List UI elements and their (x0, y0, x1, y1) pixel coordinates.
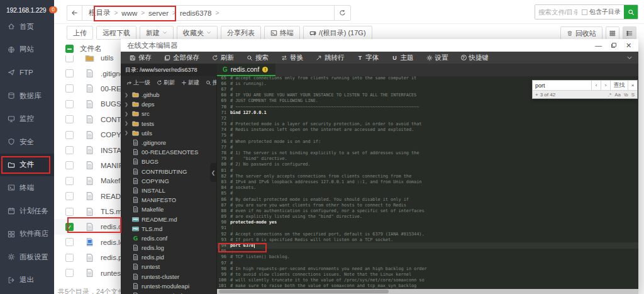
sidebar-item-security[interactable]: 安全 (0, 130, 54, 154)
tree-item[interactable]: Gredis.conf (121, 234, 216, 243)
new-button[interactable]: 新建 (140, 26, 174, 40)
tree-item[interactable]: COPYING (121, 176, 216, 186)
search-option[interactable]: Aa (614, 92, 621, 98)
breadcrumb-item[interactable]: www (121, 9, 137, 17)
horizontal-scrollbar[interactable] (217, 289, 638, 294)
row-checkbox[interactable] (65, 161, 74, 169)
close-search-button[interactable]: × (628, 81, 637, 90)
file-row[interactable]: INSTALL (54, 142, 121, 157)
search-button[interactable] (624, 5, 638, 19)
editor-tool-save[interactable]: 保存 (123, 52, 158, 64)
row-checkbox[interactable] (65, 69, 74, 77)
file-row[interactable]: runtest-cluster (54, 265, 121, 280)
file-row[interactable]: COPYING (54, 127, 121, 142)
tree-search-button[interactable]: 搜索 (203, 79, 217, 87)
sidebar-item-monitor[interactable]: 监控 (0, 107, 54, 130)
include-subdir-checkbox[interactable]: 包含子目录 (580, 5, 624, 19)
search-input[interactable] (535, 5, 580, 19)
tree-item[interactable]: runtest (121, 262, 216, 271)
refresh-button[interactable] (334, 6, 350, 20)
tree-item[interactable]: redis.pid (121, 252, 216, 262)
tree-item[interactable]: runtest-moduleapi (121, 281, 216, 291)
sidebar-item-files[interactable]: 文件 (0, 154, 54, 177)
restore-button[interactable] (610, 42, 617, 49)
row-checkbox[interactable] (65, 238, 74, 246)
editor-tool-font[interactable]: T字体 (351, 52, 386, 64)
file-row[interactable]: MANIFESTO (54, 158, 121, 173)
sidebar-item-home[interactable]: 首页 (0, 15, 54, 38)
code-editor[interactable]: 65# accept connections only from clients… (217, 76, 638, 294)
file-row[interactable]: BUGS (54, 96, 121, 111)
find-input[interactable] (533, 81, 591, 90)
file-row[interactable]: redis.log (54, 235, 121, 250)
file-row[interactable]: README.md (54, 189, 121, 204)
row-checkbox[interactable] (65, 100, 74, 108)
row-checkbox[interactable]: ✓ (65, 223, 74, 231)
file-row[interactable]: redis.pid (54, 250, 121, 265)
grid-view-button[interactable] (606, 26, 619, 40)
find-button[interactable]: 查找 (610, 81, 628, 90)
tree-item[interactable]: BUGS (121, 157, 216, 166)
editor-tool-save-all[interactable]: 全部保存 (158, 52, 206, 64)
back-button[interactable] (67, 6, 82, 20)
row-checkbox[interactable] (65, 177, 74, 185)
row-checkbox[interactable] (65, 254, 74, 262)
search-option[interactable]: S (631, 92, 635, 98)
editor-tool-goto-line[interactable]: 跳转行 (309, 52, 351, 64)
tree-item[interactable]: runtest-cluster (121, 272, 216, 281)
toolbar-chevron-down-icon[interactable] (621, 55, 638, 61)
sidebar-item-terminal[interactable]: 终端 (0, 176, 54, 200)
sidebar-item-ftp[interactable]: FTP (0, 61, 54, 84)
upload-button[interactable]: 上传 (67, 26, 93, 40)
remote-download-button[interactable]: 远程下载 (96, 26, 136, 40)
tree-item[interactable]: ❯.github (121, 90, 216, 99)
row-checkbox[interactable] (65, 115, 74, 123)
tree-item[interactable]: MDREADME.md (121, 214, 216, 223)
file-row[interactable]: 00-RELEASENOTES (54, 81, 121, 96)
breadcrumb-item[interactable]: server (148, 9, 169, 17)
tree-item[interactable]: runtest-sentinel (121, 291, 216, 294)
file-row[interactable]: ✓redis.conf (54, 219, 121, 234)
search-option[interactable]: .* (608, 92, 611, 98)
editor-tool-gear[interactable]: 设置 (420, 52, 455, 64)
tree-item[interactable]: Makefile (121, 205, 216, 214)
tree-item[interactable]: 00-RELEASENOTES (121, 147, 216, 157)
tree-item[interactable]: INSTALL (121, 186, 216, 195)
file-row[interactable]: .gitignore (54, 65, 121, 81)
share-list-button[interactable]: 分享列表 (221, 26, 261, 40)
search-option[interactable]: \b (624, 92, 628, 98)
row-checkbox[interactable] (65, 192, 74, 200)
scrollbar-thumb[interactable] (219, 290, 389, 293)
row-checkbox[interactable] (65, 84, 74, 93)
editor-tool-refresh[interactable]: 刷新 (206, 52, 240, 64)
disk-root-button[interactable]: /(根目录) (17G) (303, 26, 372, 40)
file-row[interactable]: CONTRIBUTING (54, 112, 121, 127)
sidebar-item-cron[interactable]: 计划任务 (0, 200, 54, 223)
tree-item[interactable]: MDTLS.md (121, 224, 216, 234)
tree-item[interactable]: ❯deps (121, 99, 216, 109)
editor-tool-search[interactable]: 搜索 (240, 52, 275, 64)
tree-item[interactable]: ❯utils (121, 128, 216, 138)
find-next-button[interactable]: › (601, 81, 610, 90)
tree-refresh-button[interactable]: 刷新 (154, 79, 177, 87)
terminal-button[interactable]: 终端 (264, 26, 300, 40)
editor-tool-theme[interactable]: U主题 (386, 52, 420, 64)
sidebar-item-site[interactable]: 网站 (0, 38, 54, 62)
close-button[interactable]: ✕ (625, 42, 632, 49)
tab-redis-conf[interactable]: G redis.conf ! (217, 64, 275, 76)
favorites-button[interactable]: 收藏夹 (177, 26, 218, 40)
expand-replace-button[interactable]: + (535, 92, 538, 98)
row-checkbox[interactable] (65, 208, 74, 216)
row-checkbox[interactable] (65, 146, 74, 154)
sidebar-item-settings[interactable]: 面板设置 (0, 246, 54, 269)
editor-tool-replace[interactable]: 替换 (275, 52, 309, 64)
breadcrumb-item[interactable]: 根目录 (89, 8, 111, 18)
tree-item[interactable]: .gitignore (121, 138, 216, 147)
file-row[interactable]: Makefile (54, 173, 121, 188)
sidebar-item-database[interactable]: 数据库 (0, 84, 54, 108)
tree-item[interactable]: ❯src (121, 109, 216, 118)
list-view-button[interactable] (623, 26, 636, 40)
row-checkbox[interactable] (65, 131, 74, 139)
tree-item[interactable]: MANIFESTO (121, 195, 216, 205)
sidebar-item-store[interactable]: 软件商店 (0, 222, 54, 246)
